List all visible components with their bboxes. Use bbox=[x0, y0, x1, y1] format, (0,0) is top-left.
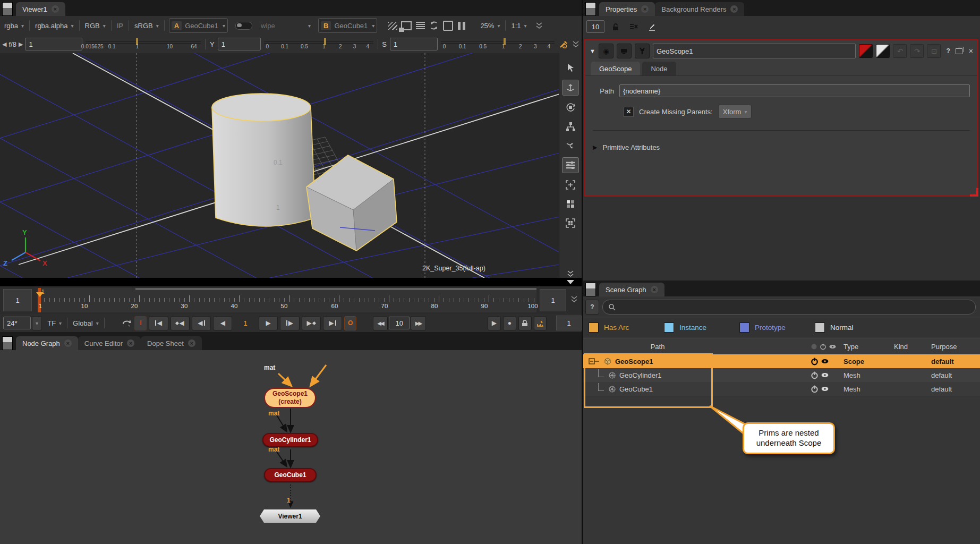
saturation-slider[interactable]: 0 0.1 0.5 1 2 3 4 bbox=[441, 36, 555, 52]
eye-icon[interactable] bbox=[821, 385, 829, 393]
next-key-button[interactable]: ▶ bbox=[302, 316, 321, 330]
help-button[interactable]: ? bbox=[946, 47, 950, 55]
input-b-group[interactable]: B GeoCube1 ▾ bbox=[318, 18, 377, 33]
expand-toggle-icon[interactable] bbox=[589, 358, 600, 365]
frame-step-box[interactable]: 10 bbox=[389, 317, 410, 329]
zoom-level-select[interactable]: 25%▾ bbox=[476, 19, 504, 32]
current-frame-label[interactable]: 1 bbox=[233, 319, 258, 327]
step-back-button[interactable]: ◀ bbox=[192, 316, 211, 330]
pause-icon[interactable] bbox=[455, 19, 468, 32]
clear-all-icon[interactable] bbox=[627, 20, 641, 33]
play-forward-button[interactable]: ▶ bbox=[259, 316, 278, 330]
close-icon[interactable]: × bbox=[651, 286, 658, 293]
eyedropper-icon[interactable]: i bbox=[558, 38, 569, 50]
row-geocylinder1[interactable]: GeoCylinder1 Mesh default bbox=[583, 368, 980, 382]
lock-icon[interactable] bbox=[518, 316, 532, 330]
frame-view-icon[interactable] bbox=[563, 216, 578, 231]
ruler-flag-icon[interactable] bbox=[534, 316, 547, 330]
expand-triangle-icon[interactable]: ▶ bbox=[593, 144, 597, 151]
wipe-mode-select[interactable]: wipe▾ bbox=[257, 19, 315, 32]
sliders-tool-icon[interactable] bbox=[562, 157, 579, 173]
roi-crosshair-icon[interactable] bbox=[441, 19, 455, 32]
wipe-toggle[interactable] bbox=[235, 22, 252, 30]
gamma-slider[interactable]: 0 0.1 0.5 1 2 3 4 bbox=[264, 36, 373, 52]
scanline-list-icon[interactable] bbox=[413, 19, 427, 32]
exposure-input[interactable]: 1 bbox=[25, 38, 82, 50]
edit-pencil-icon[interactable] bbox=[645, 20, 659, 33]
node-geocube1[interactable]: GeoCube1 bbox=[264, 468, 317, 482]
scatter-tool-icon[interactable] bbox=[563, 138, 578, 153]
gamma-input[interactable]: 1 bbox=[218, 38, 261, 50]
row-toggles[interactable] bbox=[811, 358, 843, 366]
fps-caret[interactable]: ▾ bbox=[32, 316, 42, 330]
column-purpose[interactable]: Purpose bbox=[931, 343, 980, 351]
ip-toggle[interactable]: IP bbox=[113, 19, 127, 32]
saturation-input[interactable]: 1 bbox=[390, 38, 438, 50]
row-geocube1[interactable]: GeoCube1 Mesh default bbox=[583, 382, 980, 396]
in-frame-box[interactable]: 1 bbox=[3, 289, 32, 311]
close-parameter-icon[interactable]: × bbox=[969, 47, 973, 55]
view-flag-icon[interactable]: ◉ bbox=[599, 44, 613, 58]
row-toggles[interactable] bbox=[811, 371, 843, 379]
column-path[interactable]: Path bbox=[583, 343, 732, 351]
edit-wrench-icon[interactable] bbox=[635, 44, 650, 58]
checker-background-icon[interactable] bbox=[386, 19, 399, 32]
close-icon[interactable]: × bbox=[641, 5, 649, 13]
float-window-icon[interactable] bbox=[956, 48, 962, 54]
redo-icon[interactable]: ↷ bbox=[910, 44, 924, 58]
in-point-button[interactable]: I bbox=[134, 316, 147, 330]
tab-geoscope[interactable]: GeoScope bbox=[591, 62, 640, 75]
tab-dope-sheet[interactable]: Dope Sheet× bbox=[141, 336, 202, 350]
viewport-3d[interactable]: 0.1 1 Y X Z 2K_Super_35(full-ap) bbox=[0, 53, 582, 278]
strip-more-chevron-icon[interactable] bbox=[563, 266, 578, 278]
undo-icon[interactable]: ↶ bbox=[893, 44, 907, 58]
node-name-field[interactable]: GeoScope1 bbox=[653, 44, 856, 58]
play-backward-button[interactable]: ◀ bbox=[213, 316, 232, 330]
step-forward-button[interactable]: ▶ bbox=[280, 316, 299, 330]
select-cursor-icon[interactable] bbox=[563, 61, 578, 75]
lock-state-white-icon[interactable] bbox=[876, 44, 890, 58]
tab-background-renders[interactable]: Background Renders× bbox=[655, 2, 744, 16]
lock-state-red-icon[interactable] bbox=[859, 44, 873, 58]
flipbook-render-icon[interactable]: ▶ bbox=[488, 316, 501, 330]
timeline-ruler[interactable]: 1 1 10 20 30 40 50 60 70 80 90 100 bbox=[37, 288, 536, 312]
quad-view-icon[interactable] bbox=[563, 197, 578, 211]
layer-select[interactable]: rgba.alpha▾ bbox=[31, 19, 78, 32]
search-box[interactable] bbox=[602, 300, 976, 314]
search-input[interactable] bbox=[619, 303, 970, 312]
panel-grip-icon[interactable] bbox=[585, 283, 596, 296]
resize-grip[interactable] bbox=[970, 188, 978, 197]
unlock-icon[interactable] bbox=[609, 20, 623, 33]
loop-mode-icon[interactable] bbox=[121, 317, 134, 329]
fps-box[interactable]: 24* bbox=[3, 317, 31, 329]
exposure-prev-icon[interactable]: ◀ bbox=[0, 41, 8, 48]
row-toggles[interactable] bbox=[811, 385, 843, 393]
node-geoscope1[interactable]: GeoScope1 (create) bbox=[264, 388, 316, 408]
tab-node-graph[interactable]: Node Graph× bbox=[16, 336, 78, 350]
tab-viewer1[interactable]: Viewer1 × bbox=[16, 2, 65, 16]
exposure-next-icon[interactable]: ▶ bbox=[16, 41, 25, 48]
panel-grip-icon[interactable] bbox=[2, 2, 13, 16]
help-button[interactable]: ? bbox=[585, 300, 599, 314]
prev-key-button[interactable]: ◀ bbox=[171, 316, 190, 330]
panel-grip-icon[interactable] bbox=[585, 2, 596, 16]
tab-scene-graph[interactable]: Scene Graph× bbox=[599, 283, 664, 296]
colorspace-select[interactable]: sRGB▾ bbox=[130, 19, 163, 32]
refresh-icon[interactable] bbox=[427, 19, 441, 32]
go-start-button[interactable]: ◀ bbox=[149, 316, 168, 330]
out-frame-box[interactable]: 1 bbox=[540, 289, 566, 311]
close-icon[interactable]: × bbox=[52, 5, 59, 13]
display-select[interactable]: RGB▾ bbox=[81, 19, 110, 32]
revert-icon[interactable]: ⊡ bbox=[927, 44, 941, 58]
pixel-ratio-select[interactable]: 1:1▾ bbox=[507, 19, 531, 32]
close-icon[interactable]: × bbox=[188, 339, 195, 347]
column-type[interactable]: Type bbox=[843, 343, 894, 351]
tf-select[interactable]: TF▾ bbox=[43, 317, 66, 329]
nodegraph-canvas[interactable]: mat GeoScope1 (create) mat GeoCylinder1 … bbox=[0, 350, 582, 544]
close-icon[interactable]: × bbox=[127, 339, 134, 347]
power-icon[interactable] bbox=[811, 358, 819, 366]
out-point-button[interactable]: O bbox=[344, 316, 356, 330]
panel-grip-icon[interactable] bbox=[2, 336, 13, 350]
tab-properties[interactable]: Properties× bbox=[599, 2, 655, 16]
render-flag-icon[interactable] bbox=[617, 44, 632, 58]
